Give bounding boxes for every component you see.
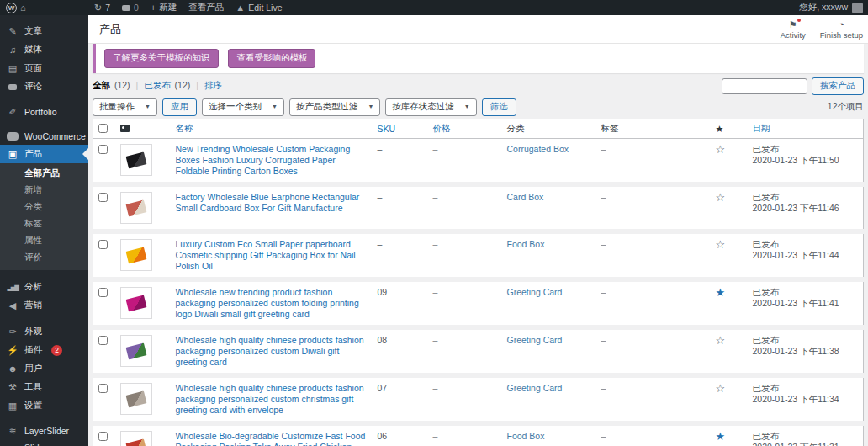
featured-star[interactable]: ☆ [716, 334, 726, 347]
view-published-link[interactable]: 已发布 [144, 80, 171, 90]
submenu-categories[interactable]: 分类 [0, 199, 88, 215]
category-filter-select[interactable]: 选择一个类别 ▼ [202, 98, 284, 116]
product-sku: – [378, 239, 383, 249]
product-price: – [433, 192, 438, 202]
product-category-link[interactable]: Food Box [507, 431, 545, 441]
sidebar-item-products[interactable]: ▣ 产品 [0, 145, 88, 163]
sidebar-item-slider-revolution[interactable]: ↻ Slider Revolution [0, 439, 88, 446]
row-checkbox[interactable] [98, 193, 108, 202]
product-name-link[interactable]: Luxury Custom Eco Small Paper paperboard… [176, 239, 368, 272]
product-name-link[interactable]: Wholesale Bio-degradable Customize Fast … [176, 431, 368, 446]
publish-date: 2020-01-23 下午11:41 [753, 298, 839, 308]
view-sorting-link[interactable]: 排序 [204, 80, 222, 90]
sidebar-item-plugins[interactable]: ⚡ 插件 2 [0, 341, 88, 359]
product-image [125, 438, 146, 446]
sidebar-item-media[interactable]: ♫ 媒体 [0, 40, 88, 59]
view-affected-templates-button[interactable]: 查看受影响的模板 [228, 49, 315, 68]
sidebar-item-users[interactable]: ☻ 用户 [0, 359, 88, 378]
publish-date: 2020-01-23 下午11:31 [753, 442, 839, 446]
product-category-link[interactable]: Greeting Card [507, 287, 563, 297]
activity-button[interactable]: ⚑ Activity [771, 19, 815, 40]
product-name-link[interactable]: New Trending Wholesale Custom Packaging … [176, 144, 368, 177]
products-icon: ▣ [7, 150, 19, 159]
publish-status: 已发布 [753, 383, 780, 393]
submenu-tags[interactable]: 标签 [0, 215, 88, 232]
stock-status-filter-select[interactable]: 按库存状态过滤 ▼ [385, 98, 476, 116]
featured-star[interactable]: ★ [716, 286, 726, 299]
submenu-reviews[interactable]: 评价 [0, 249, 88, 266]
sidebar-item-comments[interactable]: 评论 [0, 77, 88, 96]
featured-star[interactable]: ☆ [716, 238, 726, 251]
sidebar-item-appearance[interactable]: ✑ 外观 [0, 322, 88, 341]
learn-more-templates-button[interactable]: 了解更多关于模板的知识 [104, 49, 219, 68]
product-thumbnail[interactable] [120, 192, 152, 224]
bulk-actions-select[interactable]: 批量操作 ▼ [93, 98, 157, 116]
product-category-link[interactable]: Corrugated Box [507, 144, 569, 154]
featured-star[interactable]: ☆ [716, 143, 726, 156]
sidebar-item-layerslider[interactable]: ≋ LayerSlider [0, 422, 88, 439]
product-thumbnail[interactable] [120, 287, 152, 319]
product-category-link[interactable]: Food Box [507, 239, 545, 249]
product-image [125, 199, 146, 216]
row-checkbox[interactable] [98, 336, 108, 345]
adminbar-updates[interactable]: ↻ 7 [88, 0, 116, 15]
publish-date: 2020-01-23 下午11:44 [753, 250, 839, 260]
submenu-all-products[interactable]: 全部产品 [0, 165, 88, 182]
product-name-link[interactable]: Wholesale new trending product fashion p… [176, 287, 368, 320]
sidebar-item-label: WooCommerce [24, 131, 86, 141]
sidebar-item-woocommerce[interactable]: WooCommerce [0, 128, 88, 145]
sidebar-item-pages[interactable]: ▤ 页面 [0, 59, 88, 77]
sidebar-item-tools[interactable]: ⚒ 工具 [0, 378, 88, 396]
bulk-actions-value: 批量操作 [99, 101, 135, 113]
adminbar-comments[interactable]: 0 [116, 0, 145, 15]
adminbar-view-product[interactable]: 查看产品 [183, 0, 230, 15]
submenu-attributes[interactable]: 属性 [0, 232, 88, 249]
posts-icon: ✎ [7, 27, 19, 36]
sidebar-item-settings[interactable]: ▦ 设置 [0, 396, 88, 415]
home-icon[interactable]: ⌂ [20, 3, 26, 13]
product-thumbnail[interactable] [120, 431, 152, 446]
row-checkbox[interactable] [98, 384, 108, 393]
row-checkbox[interactable] [98, 240, 108, 249]
row-checkbox[interactable] [98, 288, 108, 297]
row-checkbox[interactable] [98, 432, 108, 441]
sidebar-item-posts[interactable]: ✎ 文章 [0, 22, 88, 40]
view-all-link[interactable]: 全部 [93, 80, 110, 90]
search-input[interactable] [722, 78, 807, 94]
product-thumbnail[interactable] [120, 144, 152, 176]
column-header-price[interactable]: 价格 [428, 119, 502, 139]
table-header-row: 名称 SKU 价格 分类 标签 ★ 日期 [93, 119, 864, 139]
edit-live-icon: ▲ [236, 3, 245, 13]
product-name-link[interactable]: Factory Wholesale Blue Earphone Rectangu… [176, 192, 368, 214]
apply-button[interactable]: 应用 [162, 98, 197, 116]
product-type-filter-select[interactable]: 按产品类型过滤 ▼ [289, 98, 380, 116]
featured-star[interactable]: ★ [716, 430, 726, 443]
product-category-link[interactable]: Greeting Card [507, 335, 563, 345]
adminbar-edit-live[interactable]: ▲ Edit Live [230, 0, 288, 15]
product-thumbnail[interactable] [120, 239, 152, 271]
product-thumbnail[interactable] [120, 335, 152, 367]
finish-setup-button[interactable]: ◔ Finish setup [815, 19, 868, 40]
sidebar-item-analytics[interactable]: ▂▅▇ 分析 [0, 278, 88, 296]
column-header-sku[interactable]: SKU [373, 119, 428, 139]
select-all-checkbox[interactable] [98, 124, 108, 133]
adminbar-new[interactable]: + 新建 [145, 0, 183, 15]
search-products-button[interactable]: 搜索产品 [812, 77, 864, 95]
product-name-link[interactable]: Wholesale high quality chinese products … [176, 383, 368, 416]
featured-star[interactable]: ☆ [716, 382, 726, 395]
product-category-link[interactable]: Greeting Card [507, 383, 563, 393]
product-name-link[interactable]: Wholesale high quality chinese products … [176, 335, 368, 368]
product-category-link[interactable]: Card Box [507, 192, 544, 202]
product-thumbnail[interactable] [120, 383, 152, 415]
featured-star[interactable]: ☆ [716, 191, 726, 204]
column-header-name[interactable]: 名称 [171, 119, 373, 139]
filter-button[interactable]: 筛选 [482, 98, 516, 116]
sidebar-item-marketing[interactable]: ◀ 营销 [0, 296, 88, 315]
column-header-date[interactable]: 日期 [748, 119, 864, 139]
wordpress-logo-icon[interactable]: W [6, 3, 17, 13]
sidebar-item-portfolio[interactable]: ✐ Portfolio [0, 104, 88, 120]
items-count: 12个项目 [828, 101, 864, 113]
row-checkbox[interactable] [98, 145, 108, 154]
submenu-add-new[interactable]: 新增 [0, 182, 88, 199]
adminbar-account[interactable]: 您好, xxxww [799, 2, 868, 13]
